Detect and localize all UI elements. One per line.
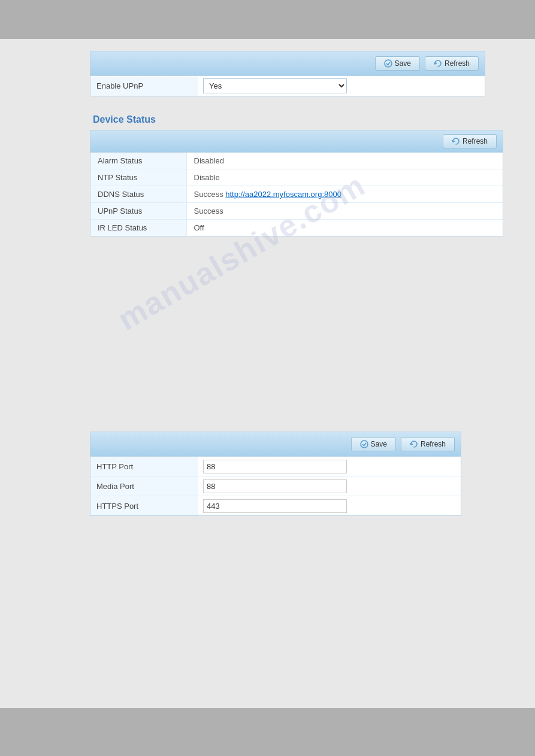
- refresh-icon: [434, 59, 442, 68]
- upnp-status-value: Success: [186, 203, 503, 220]
- top-bar: [0, 0, 535, 39]
- https-port-input[interactable]: [203, 499, 347, 513]
- upnp-panel: Save Refresh Enable UPnP: [90, 51, 485, 96]
- table-row: DDNS Status Success http://aa2022.myfosc…: [90, 186, 503, 203]
- port-panel: Save Refresh HTTP Port: [90, 432, 461, 516]
- port-refresh-button[interactable]: Refresh: [401, 437, 455, 451]
- ddns-link[interactable]: http://aa2022.myfoscam.org:8000: [225, 190, 341, 199]
- page-wrapper: Save Refresh Enable UPnP: [0, 0, 535, 756]
- device-status-section: Device Status Refresh: [90, 114, 503, 236]
- ddns-status-label: DDNS Status: [90, 186, 186, 203]
- media-port-value: [198, 477, 461, 496]
- ntp-status-label: NTP Status: [90, 169, 186, 186]
- upnp-value: Yes No: [198, 76, 485, 96]
- upnp-panel-header: Save Refresh: [90, 51, 485, 76]
- bottom-bar: [0, 708, 535, 756]
- alarm-status-label: Alarm Status: [90, 153, 186, 169]
- http-port-row: HTTP Port: [90, 457, 461, 476]
- ddns-status-value: Success http://aa2022.myfoscam.org:8000: [186, 186, 503, 203]
- port-save-label: Save: [371, 440, 387, 448]
- ir-led-label: IR LED Status: [90, 220, 186, 236]
- table-row: Alarm Status Disabled: [90, 153, 503, 169]
- table-row: UPnP Status Success: [90, 203, 503, 220]
- device-status-refresh-label: Refresh: [463, 137, 488, 145]
- save-icon: [384, 59, 392, 68]
- upnp-status-label: UPnP Status: [90, 203, 186, 220]
- upnp-save-button[interactable]: Save: [375, 56, 420, 71]
- alarm-status-value: Disabled: [186, 153, 503, 169]
- https-port-row: HTTPS Port: [90, 496, 461, 515]
- svg-point-0: [385, 60, 392, 67]
- upnp-label: Enable UPnP: [90, 77, 198, 96]
- content-area: Save Refresh Enable UPnP: [0, 39, 535, 708]
- port-save-button[interactable]: Save: [351, 437, 396, 451]
- port-panel-header: Save Refresh: [90, 432, 461, 457]
- device-status-refresh-button[interactable]: Refresh: [443, 134, 497, 148]
- device-status-table: Alarm Status Disabled NTP Status Disable…: [90, 153, 503, 236]
- device-status-title: Device Status: [90, 114, 503, 125]
- media-port-row: Media Port: [90, 476, 461, 496]
- ntp-status-value: Disable: [186, 169, 503, 186]
- device-status-header: Refresh: [90, 130, 503, 153]
- https-port-label: HTTPS Port: [90, 496, 198, 515]
- upnp-section: Save Refresh Enable UPnP: [90, 51, 485, 96]
- port-refresh-label: Refresh: [421, 440, 446, 448]
- media-port-label: Media Port: [90, 476, 198, 496]
- device-refresh-icon: [452, 137, 460, 145]
- upnp-refresh-label: Refresh: [445, 59, 470, 68]
- media-port-input[interactable]: [203, 479, 347, 493]
- http-port-value: [198, 457, 461, 476]
- ir-led-value: Off: [186, 220, 503, 236]
- table-row: IR LED Status Off: [90, 220, 503, 236]
- port-refresh-icon: [410, 440, 418, 448]
- http-port-input[interactable]: [203, 460, 347, 473]
- upnp-save-label: Save: [395, 59, 411, 68]
- svg-point-1: [361, 441, 368, 448]
- upnp-select[interactable]: Yes No: [203, 78, 347, 93]
- upnp-refresh-button[interactable]: Refresh: [425, 56, 479, 71]
- table-row: NTP Status Disable: [90, 169, 503, 186]
- device-status-container: manualshive.com Device Status Refresh: [24, 114, 511, 414]
- port-save-icon: [360, 440, 368, 448]
- http-port-label: HTTP Port: [90, 457, 198, 476]
- port-section: Save Refresh HTTP Port: [90, 432, 461, 516]
- upnp-row: Enable UPnP Yes No: [90, 76, 485, 96]
- device-status-panel: Refresh Alarm Status Disabled: [90, 130, 503, 236]
- https-port-value: [198, 497, 461, 515]
